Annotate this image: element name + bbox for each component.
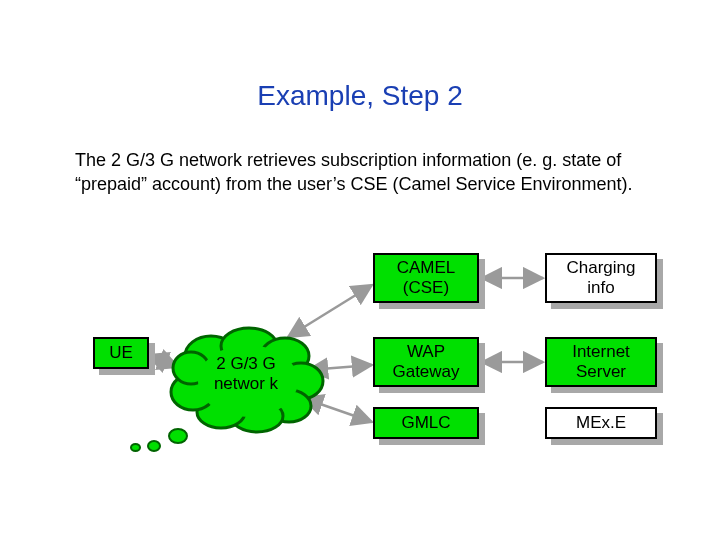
node-internet: Internet Server — [545, 337, 657, 387]
node-wap-label: WAP Gateway — [373, 337, 479, 387]
node-mexe-label: MEx.E — [545, 407, 657, 439]
slide: Example, Step 2 The 2 G/3 G network retr… — [0, 0, 720, 540]
node-camel: CAMEL (CSE) — [373, 253, 479, 303]
description-text: The 2 G/3 G network retrieves subscripti… — [75, 148, 645, 197]
node-mexe: MEx.E — [545, 407, 657, 439]
node-network-cloud: 2 G/3 G networ k — [163, 326, 328, 445]
node-camel-label: CAMEL (CSE) — [373, 253, 479, 303]
node-gmlc: GMLC — [373, 407, 479, 439]
node-gmlc-label: GMLC — [373, 407, 479, 439]
node-ue: UE — [93, 337, 149, 369]
node-internet-label: Internet Server — [545, 337, 657, 387]
node-wap: WAP Gateway — [373, 337, 479, 387]
node-ue-label: UE — [93, 337, 149, 369]
node-charging-label: Charging info — [545, 253, 657, 303]
node-network-label: 2 G/3 G networ k — [201, 354, 291, 394]
page-title: Example, Step 2 — [0, 80, 720, 112]
node-charging: Charging info — [545, 253, 657, 303]
cloud-bubble — [130, 443, 141, 452]
cloud-bubble — [168, 428, 188, 444]
cloud-bubble — [147, 440, 161, 452]
